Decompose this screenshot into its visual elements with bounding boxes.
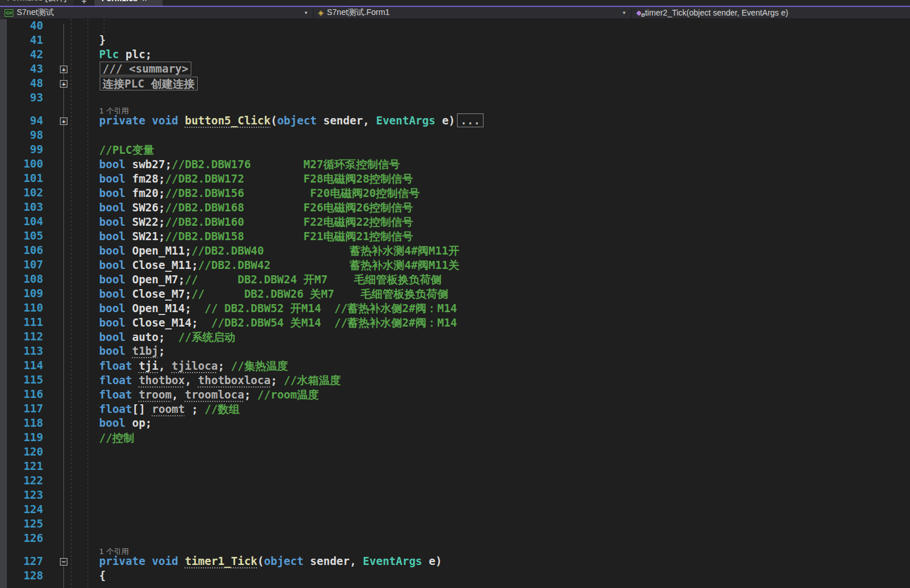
code-text: private void timer1_Tick(object sender, … [99,555,442,567]
code-line[interactable]: 100bool swb27;//DB2.DBW176 M27循环泵控制信号 [0,157,910,172]
code-line[interactable]: 102bool fm20;//DB2.DBW156 F20电磁阀20控制信号 [0,186,910,200]
code-navigation-bar: C# S7net测试 ▼ ◈ S7net测试.Form1 ▼ ◆ timer2_… [0,7,910,19]
tab-label: Form1.cs [101,0,137,3]
code-line[interactable]: 42Plc plc; [0,48,910,62]
code-text: //PLC变量 [99,143,154,158]
line-number: 127 [7,555,43,567]
chevron-down-icon[interactable]: ▼ [304,10,308,16]
code-line[interactable]: 119//控制 [0,431,910,445]
tab-form1-code[interactable]: Form1.cs ⊼ × [95,0,163,6]
code-text: bool Close_M11;//DB2.DBW42 蓄热补水测4#阀M11关 [99,258,459,273]
line-number: 128 [7,569,43,582]
code-text: 连接PLC 创建连接 [99,77,198,92]
line-number: 121 [7,460,43,472]
csharp-project-icon: C# [5,9,13,17]
code-line[interactable]: 48+连接PLC 创建连接 [0,77,910,91]
fold-expand-icon[interactable]: + [60,80,67,88]
code-text: bool Close_M14; //DB2.DBW54 关M14 //蓄热补水侧… [99,316,457,331]
code-line[interactable]: 126 [0,532,910,546]
line-number: 102 [7,186,43,199]
code-line[interactable]: 104bool SW22;//DB2.DBW160 F22电磁阀22控制信号 [0,215,910,229]
line-number: 115 [7,373,43,386]
line-number: 43 [7,62,43,75]
code-editor[interactable]: 4041}42Plc plc;43+/// <summary>48+连接PLC … [0,19,910,588]
code-text: float thotbox, thotboxloca; //水箱温度 [99,373,341,388]
line-number: 116 [7,388,43,400]
code-line[interactable]: 108bool Open_M7;// DB2.DBW24 开M7 毛细管板换负荷… [0,272,910,287]
code-line[interactable]: 99//PLC变量 [0,143,910,157]
code-line[interactable]: 107bool Close_M11;//DB2.DBW42 蓄热补水测4#阀M1… [0,258,910,272]
code-line[interactable]: 123 [0,488,910,503]
fold-collapse-icon[interactable]: − [60,558,67,566]
line-number: 120 [7,445,43,458]
line-number: 123 [7,488,43,501]
tab-form1-designer[interactable]: Form1.cs [设计] [0,0,73,6]
private-method-icon: ◆ [636,9,641,16]
code-line[interactable]: 43+/// <summary> [0,62,910,77]
class-icon: ◈ [318,9,323,16]
code-line[interactable]: 110bool Open_M14; // DB2.DBW52 开M14 //蓄热… [0,301,910,316]
line-number: 125 [7,517,43,530]
member-dropdown[interactable]: ◆ timer2_Tick(object sender, EventArgs e… [632,7,910,18]
code-line[interactable]: 94+private void button5_Click(object sen… [0,114,910,128]
code-line[interactable]: 109bool Close_M7;// DB2.DBW26 关M7 毛细管板换负… [0,287,910,301]
line-number: 41 [7,33,43,46]
code-text: float troom, troomloca; //room温度 [99,388,319,403]
code-line[interactable]: 115float thotbox, thotboxloca; //水箱温度 [0,373,910,388]
lock-icon [641,14,644,17]
tab-label: Form1.cs [设计] [7,0,66,3]
code-text: { [99,569,105,582]
code-line[interactable]: 128{ [0,569,910,583]
line-number: 122 [7,474,43,487]
line-number: 110 [7,301,43,314]
code-line[interactable]: 120 [0,445,910,460]
code-line[interactable]: 93 [0,91,910,105]
line-number: 48 [7,77,43,89]
code-line[interactable]: 117float[] roomt ; //数组 [0,402,910,416]
document-tab-strip: Form1.cs [设计] + Form1.cs ⊼ × [0,0,910,6]
line-number: 99 [7,143,43,155]
code-text: bool fm28;//DB2.DBW172 F28电磁阀28控制信号 [99,172,413,187]
code-line[interactable]: 41} [0,33,910,48]
code-line[interactable]: 118bool op; [0,416,910,431]
code-text: private void button5_Click(object sender… [99,114,484,127]
code-line[interactable]: 113bool t1bj; [0,344,910,359]
line-number: 126 [7,532,43,544]
code-line[interactable]: 103bool SW26;//DB2.DBW168 F26电磁阀26控制信号 [0,200,910,215]
line-number: 104 [7,215,43,227]
code-text: Plc plc; [99,48,152,60]
code-line[interactable]: 106bool Open_M11;//DB2.DBW40 蓄热补水测4#阀M11… [0,244,910,258]
project-dropdown[interactable]: C# S7net测试 ▼ [0,7,314,18]
fold-expand-icon[interactable]: + [60,66,67,73]
code-line[interactable]: 114float tji, tjiloca; //集热温度 [0,359,910,373]
code-line[interactable]: 111bool Close_M14; //DB2.DBW54 关M14 //蓄热… [0,316,910,330]
code-line[interactable]: 116float troom, troomloca; //room温度 [0,388,910,402]
code-area: 4041}42Plc plc;43+/// <summary>48+连接PLC … [0,19,910,583]
code-line[interactable]: 112bool auto; //系统启动 [0,330,910,344]
code-text: float[] roomt ; //数组 [99,402,240,417]
chevron-down-icon[interactable]: ▼ [622,10,626,16]
close-icon[interactable]: × [152,0,156,2]
code-line[interactable]: 125 [0,517,910,532]
code-line[interactable]: 105bool SW21;//DB2.DBW158 F21电磁阀21控制信号 [0,229,910,244]
code-text: bool t1bj; [99,344,165,357]
code-text: bool Open_M11;//DB2.DBW40 蓄热补水测4#阀M11开 [99,244,459,259]
codelens-row: 1 个引用 [0,546,910,555]
code-line[interactable]: 40 [0,19,910,33]
code-line[interactable]: 98 [0,128,910,143]
line-number: 124 [7,503,43,515]
line-number: 93 [7,91,43,104]
code-line[interactable]: 121 [0,460,910,474]
code-text: bool Close_M7;// DB2.DBW26 关M7 毛细管板换负荷侧 [99,287,448,302]
code-text: bool Open_M14; // DB2.DBW52 开M14 //蓄热补水侧… [99,301,457,316]
code-text: bool Open_M7;// DB2.DBW24 开M7 毛细管板换负荷侧 [99,272,441,287]
new-tab-icon[interactable]: + [73,0,95,6]
fold-expand-icon[interactable]: + [60,117,67,125]
code-line[interactable]: 127−private void timer1_Tick(object send… [0,555,910,569]
code-line[interactable]: 101bool fm28;//DB2.DBW172 F28电磁阀28控制信号 [0,172,910,186]
code-line[interactable]: 122 [0,474,910,488]
code-line[interactable]: 124 [0,503,910,517]
type-dropdown[interactable]: ◈ S7net测试.Form1 ▼ [314,7,632,18]
line-number: 40 [7,19,43,32]
pin-icon[interactable]: ⊼ [142,0,147,2]
